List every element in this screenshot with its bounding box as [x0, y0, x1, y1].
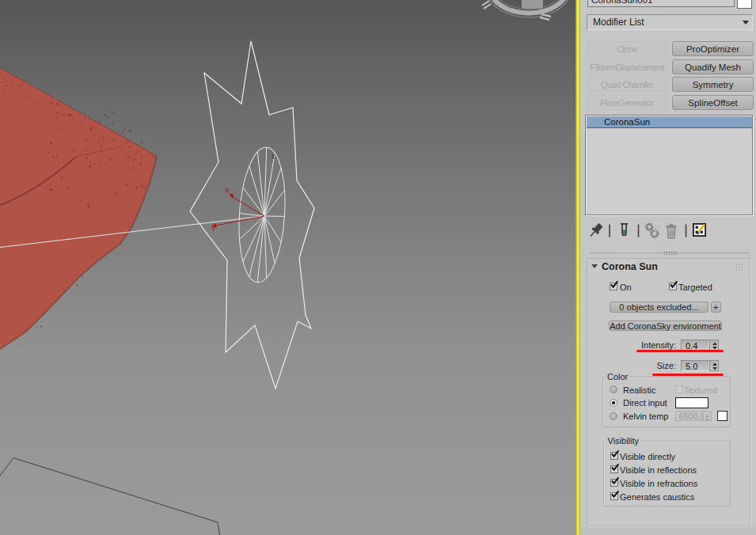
- svg-text:X: X: [225, 187, 230, 194]
- svg-text:Y: Y: [211, 226, 216, 233]
- svg-text:z: z: [272, 152, 275, 160]
